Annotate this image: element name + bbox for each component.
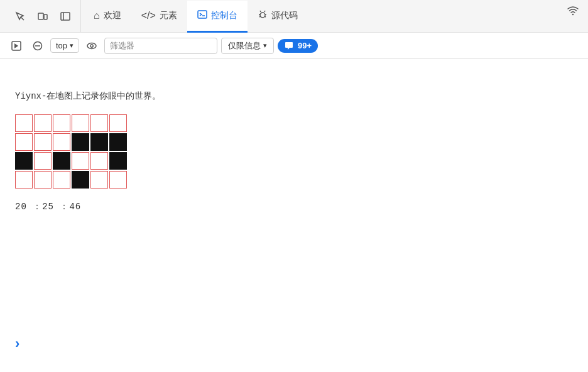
tab-elements[interactable]: </> 元素 (131, 1, 187, 33)
pixel-cell (15, 133, 33, 151)
message-count-badge[interactable]: 99+ (278, 39, 318, 53)
svg-line-8 (260, 11, 261, 12)
execute-btn[interactable] (8, 37, 25, 55)
svg-line-12 (259, 16, 261, 17)
chevron-down-icon: ▾ (70, 41, 74, 50)
svg-rect-2 (44, 14, 47, 19)
pixel-cell (72, 133, 89, 151)
pixel-cell (34, 171, 52, 189)
pixel-cell (53, 171, 70, 189)
pixel-cell (34, 133, 52, 151)
expand-arrow-btn[interactable]: › (15, 336, 19, 352)
pixel-cell (109, 114, 127, 132)
sidebar-toggle-btn[interactable] (55, 6, 75, 26)
svg-line-13 (264, 16, 266, 17)
console-time: 20 ：25 ：46 (15, 201, 573, 212)
device-toggle-btn[interactable] (33, 6, 53, 26)
pixel-cell (34, 152, 52, 170)
pixel-cell (53, 114, 70, 132)
bug-icon (258, 9, 268, 22)
terminal-icon (197, 9, 207, 22)
svg-line-9 (264, 11, 265, 12)
pixel-cell (90, 152, 108, 170)
watch-expressions-btn[interactable] (83, 37, 101, 55)
home-icon: ⌂ (94, 10, 100, 21)
level-selector[interactable]: top ▾ (50, 38, 79, 53)
tab-sources[interactable]: 源代码 (248, 1, 308, 33)
pixel-cell (90, 171, 108, 189)
pixel-cell (72, 152, 89, 170)
pixel-grid (15, 114, 573, 189)
top-nav: ⌂ 欢迎 </> 元素 控制台 源代码 (0, 0, 588, 33)
pixel-cell (72, 171, 89, 189)
console-output: Yiynx-在地图上记录你眼中的世界。 20 ：25 ：46 (0, 59, 588, 367)
pixel-cell (109, 152, 127, 170)
code-icon: </> (141, 10, 156, 21)
log-level-chevron-icon: ▾ (263, 41, 267, 50)
tab-welcome[interactable]: ⌂ 欢迎 (84, 1, 131, 33)
inspect-cursor-btn[interactable] (10, 6, 30, 26)
clear-console-btn[interactable] (29, 37, 46, 55)
console-toolbar: top ▾ 仅限信息 ▾ 99+ (0, 33, 588, 59)
nav-left-icons (5, 0, 81, 32)
svg-point-14 (572, 14, 574, 15)
svg-line-0 (21, 17, 24, 20)
pixel-cell (72, 114, 89, 132)
console-log-text: Yiynx-在地图上记录你眼中的世界。 (15, 90, 573, 102)
pixel-cell (15, 152, 33, 170)
pixel-cell (90, 133, 108, 151)
pixel-cell (34, 114, 52, 132)
pixel-cell (15, 114, 33, 132)
filter-input[interactable] (104, 38, 217, 54)
log-level-btn[interactable]: 仅限信息 ▾ (221, 38, 274, 54)
svg-rect-1 (38, 13, 43, 19)
wifi-btn[interactable] (563, 0, 583, 20)
svg-point-19 (90, 44, 93, 46)
tab-console[interactable]: 控制台 (187, 1, 248, 33)
pixel-cell (109, 171, 127, 189)
pixel-cell (15, 171, 33, 189)
svg-rect-3 (61, 13, 70, 20)
console-content: Yiynx-在地图上记录你眼中的世界。 20 ：25 ：46 › (0, 59, 588, 367)
svg-point-7 (260, 13, 265, 18)
pixel-cell (53, 133, 70, 151)
pixel-cell (53, 152, 70, 170)
pixel-cell (109, 133, 127, 151)
svg-point-18 (87, 43, 96, 48)
pixel-cell (90, 114, 108, 132)
